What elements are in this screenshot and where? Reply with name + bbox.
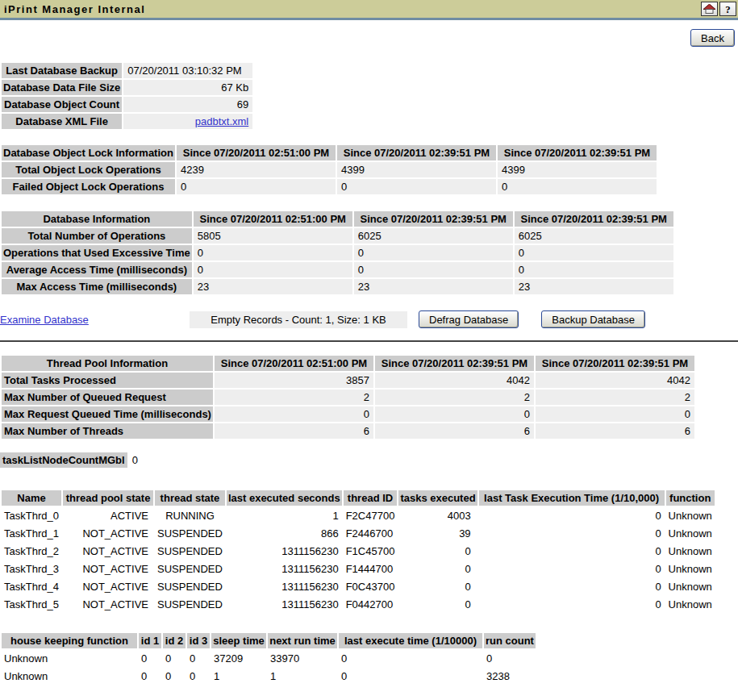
stat-cell: 6 bbox=[375, 423, 534, 439]
table-cell: ACTIVE bbox=[63, 507, 153, 523]
stat-cell: 2 bbox=[536, 390, 694, 405]
table-cell: 0 bbox=[479, 507, 665, 523]
table-cell: TaskThrd_5 bbox=[2, 596, 61, 612]
housekeeping-table: house keeping functionid 1id 2id 3sleep … bbox=[0, 631, 537, 685]
stat-cell: 4042 bbox=[536, 373, 694, 388]
database-summary-table: Last Database Backup 07/20/2011 03:10:32… bbox=[0, 61, 254, 131]
table-cell: F0C43700 bbox=[344, 578, 398, 594]
table-cell: 1311156230 bbox=[227, 596, 342, 612]
table-cell: 0 bbox=[479, 596, 665, 612]
threads-table: Namethread pool statethread statelast ex… bbox=[0, 489, 716, 614]
table-cell: 866 bbox=[227, 525, 342, 541]
column-header: Since 07/20/2011 02:39:51 PM bbox=[354, 211, 513, 227]
table-row: Total Object Lock Operations423943994399 bbox=[2, 162, 657, 177]
row-label: Average Access Time (milliseconds) bbox=[2, 262, 192, 277]
table-cell: Unknown bbox=[2, 668, 137, 684]
table-cell: 0 bbox=[139, 668, 161, 684]
stat-cell: 4042 bbox=[375, 373, 534, 388]
table-row: Unknown0001103238 bbox=[2, 668, 536, 684]
stat-cell: 6025 bbox=[515, 228, 673, 244]
column-header: last Task Execution Time (1/10,000) bbox=[479, 490, 665, 506]
table-cell: NOT_ACTIVE bbox=[63, 560, 153, 577]
home-icon[interactable] bbox=[701, 2, 718, 16]
table-row: Average Access Time (milliseconds)000 bbox=[2, 262, 673, 277]
row-label: Total Tasks Processed bbox=[2, 373, 213, 388]
table-cell: 1311156230 bbox=[227, 560, 342, 577]
stat-cell: 6 bbox=[536, 423, 694, 439]
table-cell: TaskThrd_0 bbox=[2, 507, 61, 523]
stat-cell: 0 bbox=[536, 406, 694, 422]
row-label: Total Object Lock Operations bbox=[2, 162, 175, 177]
row-label: Database Data File Size bbox=[2, 80, 122, 95]
backup-database-button[interactable]: Backup Database bbox=[541, 310, 645, 328]
table-row: Max Number of Threads666 bbox=[2, 423, 694, 439]
database-information-table: Database Information Since 07/20/2011 02… bbox=[0, 210, 675, 296]
column-header: Since 07/20/2011 02:39:51 PM bbox=[375, 356, 534, 371]
table-cell: Unknown bbox=[666, 596, 715, 612]
column-header: sleep time bbox=[211, 633, 266, 648]
db-file-size-value: 67 Kb bbox=[123, 80, 252, 95]
row-label: Database Object Count bbox=[2, 97, 122, 112]
row-label: Last Database Backup bbox=[2, 63, 122, 78]
table-cell: NOT_ACTIVE bbox=[63, 543, 153, 559]
defrag-database-button[interactable]: Defrag Database bbox=[419, 310, 519, 328]
database-actions-row: Examine Database Empty Records - Count: … bbox=[0, 310, 738, 329]
table-row: TaskThrd_5NOT_ACTIVESUSPENDED1311156230F… bbox=[2, 596, 715, 612]
column-header: Since 07/20/2011 02:51:00 PM bbox=[177, 145, 336, 160]
table-row: Max Access Time (milliseconds)232323 bbox=[2, 279, 673, 294]
back-button[interactable]: Back bbox=[690, 29, 735, 47]
table-cell: SUSPENDED bbox=[155, 560, 225, 577]
column-header: Since 07/20/2011 02:39:51 PM bbox=[498, 145, 657, 160]
table-cell: 39 bbox=[398, 525, 477, 541]
table-cell: TaskThrd_2 bbox=[2, 543, 61, 559]
table-cell: 0 bbox=[187, 668, 210, 684]
table-cell: NOT_ACTIVE bbox=[63, 596, 153, 612]
column-header: id 3 bbox=[187, 633, 210, 648]
table-cell: 0 bbox=[163, 668, 186, 684]
row-label: Max Access Time (milliseconds) bbox=[2, 279, 192, 294]
stat-cell: 0 bbox=[375, 406, 534, 422]
column-header: Since 07/20/2011 02:39:51 PM bbox=[515, 211, 673, 227]
table-cell: 0 bbox=[139, 650, 161, 666]
table-cell: 3238 bbox=[484, 668, 536, 684]
table-cell: SUSPENDED bbox=[155, 578, 225, 594]
column-header: Since 07/20/2011 02:51:00 PM bbox=[215, 356, 373, 371]
table-cell: 0 bbox=[398, 578, 477, 594]
table-cell: SUSPENDED bbox=[155, 525, 225, 541]
table-cell: TaskThrd_4 bbox=[2, 578, 61, 594]
table-cell: RUNNING bbox=[155, 507, 225, 523]
stat-cell: 5805 bbox=[194, 228, 352, 244]
table-cell: F2C47700 bbox=[344, 507, 398, 523]
title-bar: iPrint Manager Internal ? bbox=[0, 0, 738, 20]
column-header: Since 07/20/2011 02:39:51 PM bbox=[536, 356, 694, 371]
column-header: function bbox=[666, 490, 715, 506]
table-row: Database Object Count 69 bbox=[2, 97, 252, 112]
row-label: Max Request Queued Time (milliseconds) bbox=[2, 406, 213, 422]
header-row: house keeping functionid 1id 2id 3sleep … bbox=[2, 633, 536, 648]
task-list-node-count: taskListNodeCountMGbl0 bbox=[0, 454, 738, 466]
table-row: Total Tasks Processed385740424042 bbox=[2, 373, 694, 388]
db-xml-file-cell: padbtxt.xml bbox=[123, 114, 252, 129]
last-backup-value: 07/20/2011 03:10:32 PM bbox=[123, 63, 252, 78]
empty-records-status: Empty Records - Count: 1, Size: 1 KB bbox=[190, 311, 407, 328]
table-cell: 0 bbox=[398, 560, 477, 577]
table-cell: 1311156230 bbox=[227, 578, 342, 594]
column-header: id 1 bbox=[139, 633, 161, 648]
db-xml-file-link[interactable]: padbtxt.xml bbox=[195, 115, 248, 127]
table-row: Total Number of Operations580560256025 bbox=[2, 228, 673, 244]
table-cell: SUSPENDED bbox=[155, 543, 225, 559]
table-cell: 0 bbox=[479, 578, 665, 594]
table-cell: 4003 bbox=[398, 507, 477, 523]
stat-cell: 0 bbox=[498, 179, 657, 194]
stat-cell: 2 bbox=[215, 390, 373, 405]
task-list-label: taskListNodeCountMGbl bbox=[0, 452, 127, 468]
column-header: Since 07/20/2011 02:39:51 PM bbox=[337, 145, 496, 160]
examine-database-link[interactable]: Examine Database bbox=[0, 314, 89, 326]
help-icon[interactable]: ? bbox=[719, 2, 736, 16]
table-row: TaskThrd_1NOT_ACTIVESUSPENDED866F2446700… bbox=[2, 525, 715, 541]
table-cell: F2446700 bbox=[344, 525, 398, 541]
table-cell: 0 bbox=[479, 543, 665, 559]
table-row: TaskThrd_4NOT_ACTIVESUSPENDED1311156230F… bbox=[2, 578, 715, 594]
stat-cell: 0 bbox=[194, 262, 352, 277]
stat-cell: 0 bbox=[194, 245, 352, 260]
